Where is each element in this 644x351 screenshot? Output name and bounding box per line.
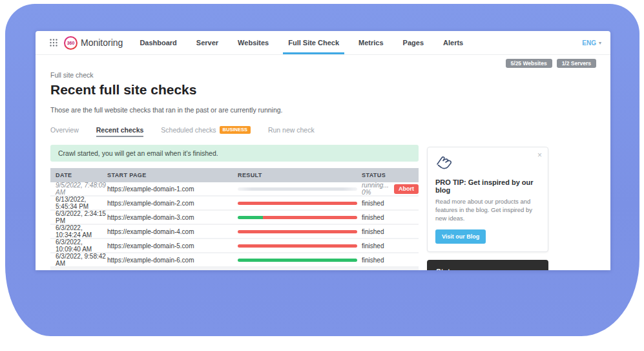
checks-column: Crawl started, you will get an email whe… [50,145,419,270]
nav-tab-dashboard[interactable]: Dashboard [140,31,176,54]
brand-logo[interactable]: 360 Monitoring [64,36,123,50]
page-title: Recent full site checks [50,82,596,98]
nav-tab-metrics[interactable]: Metrics [358,31,384,54]
nav-tab-pages[interactable]: Pages [403,31,424,54]
nav-tab-server[interactable]: Server [196,31,218,54]
top-navbar: 360 Monitoring Dashboard Server Websites… [36,31,610,55]
logo-360-icon: 360 [64,36,78,50]
check-url: https://example-domain-6.com [107,257,238,264]
check-date: 6/3/2022, 9:58:42 AM [50,253,107,267]
status-card: Status SERVERS 0 open alert(s) 0 servers… [427,260,548,270]
check-status: finished [362,214,419,221]
progress-bar [238,259,357,262]
nav-tab-websites[interactable]: Websites [238,31,269,54]
breadcrumb: Full site check [50,71,596,79]
tab-overview[interactable]: Overview [50,126,79,134]
business-badge: BUSINESS [220,126,251,134]
checks-table: DATE START PAGE RESULT STATUS 9/5/2022, … [50,168,419,270]
check-url: https://example-domain-5.com [107,242,238,250]
success-banner: Crawl started, you will get an email whe… [50,145,419,162]
servers-usage-badge[interactable]: 1/2 Servers [557,59,596,68]
check-date: 6/13/2022, 5:45:34 PM [50,196,107,210]
check-url: https://example-domain-2.com [107,200,238,207]
table-row[interactable]: 6/3/2022, 10:34:24 AM https://example-do… [50,225,419,239]
handshake-icon [435,162,457,173]
progress-bar [238,244,357,248]
progress-bar [238,187,357,191]
col-start-page: START PAGE [107,172,238,178]
col-date: DATE [50,172,107,178]
check-status: finished [362,242,419,250]
page-description: Those are the full website checks that r… [50,106,596,114]
websites-usage-badge[interactable]: 5/25 Websites [506,59,552,68]
table-header: DATE START PAGE RESULT STATUS [50,168,419,182]
language-selector[interactable]: ENG ▾ [582,39,601,47]
tab-run-new-check[interactable]: Run new check [268,126,315,134]
check-url: https://example-domain-3.com [107,214,238,221]
table-row[interactable]: 6/3/2022, 9:58:42 AM https://example-dom… [50,253,419,268]
check-date: 6/3/2022, 10:34:24 AM [50,224,107,239]
tab-scheduled-checks-label: Scheduled checks [161,126,216,134]
usage-badges: 5/25 Websites 1/2 Servers [50,59,596,68]
close-icon[interactable]: × [537,151,542,160]
table-row[interactable]: 9/5/2022, 7:48:09 AM https://example-dom… [50,182,419,197]
check-date: 9/5/2022, 7:48:09 AM [50,182,107,196]
protip-body: Read more about our products and feature… [435,198,540,222]
brand-name: Monitoring [81,37,123,48]
check-status: finished [362,257,419,264]
language-label: ENG [582,39,596,47]
progress-bar [238,202,357,205]
page-background: 360 Monitoring Dashboard Server Websites… [0,0,644,351]
protip-card: × PRO TIP: Get inspired by our blog Read… [427,147,548,252]
check-url: https://example-domain-4.com [107,228,238,235]
visit-blog-button[interactable]: Visit our Blog [435,229,486,244]
progress-bar [238,230,357,233]
table-footer-strip [50,268,419,270]
page-content: 5/25 Websites 1/2 Servers Full site chec… [36,55,610,270]
nav-brand-area: 360 Monitoring [50,36,123,50]
nav-tab-full-site-check[interactable]: Full Site Check [288,31,339,54]
check-status: running... 0% [362,182,390,196]
subtabs: Overview Recent checks Scheduled checks … [50,125,596,135]
table-row[interactable]: 6/3/2022, 2:34:15 PM https://example-dom… [50,211,419,225]
app-launcher-grid-icon[interactable] [50,39,57,47]
app-window: 360 Monitoring Dashboard Server Websites… [36,31,610,270]
check-date: 6/3/2022, 10:09:40 AM [50,239,107,253]
table-row[interactable]: 6/13/2022, 5:45:34 PM https://example-do… [50,197,419,211]
col-status: STATUS [362,172,419,178]
table-row[interactable]: 6/3/2022, 10:09:40 AM https://example-do… [50,239,419,253]
tab-scheduled-checks[interactable]: Scheduled checks BUSINESS [161,126,251,134]
chevron-down-icon: ▾ [599,40,601,46]
check-status: finished [362,200,419,207]
sidebar-column: × PRO TIP: Get inspired by our blog Read… [427,145,548,270]
progress-bar [238,216,357,219]
protip-title: PRO TIP: Get inspired by our blog [435,178,540,194]
status-card-title: Status [436,268,539,270]
check-url: https://example-domain-1.com [107,186,238,193]
col-result: RESULT [238,172,362,178]
tab-recent-checks[interactable]: Recent checks [96,126,144,134]
check-date: 6/3/2022, 2:34:15 PM [50,210,107,224]
check-status: finished [362,228,419,235]
abort-button[interactable]: Abort [394,184,419,194]
nav-tab-alerts[interactable]: Alerts [443,31,463,54]
main-nav-tabs: Dashboard Server Websites Full Site Chec… [140,31,463,54]
